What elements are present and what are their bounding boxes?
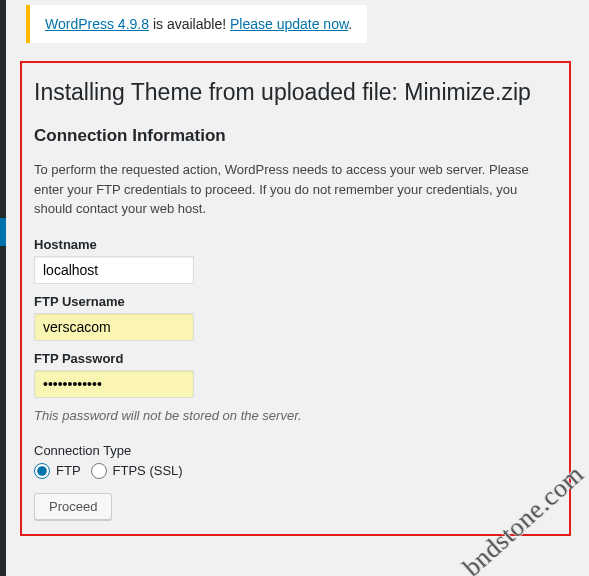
ftp-username-label: FTP Username [34,294,557,309]
page-title: Installing Theme from uploaded file: Min… [34,79,557,106]
update-now-link[interactable]: Please update now [230,16,348,32]
hostname-label: Hostname [34,237,557,252]
ftp-password-field: FTP Password [34,351,557,398]
proceed-button[interactable]: Proceed [34,493,112,520]
admin-sidebar-sliver [0,0,6,576]
password-hint: This password will not be stored on the … [34,408,557,423]
update-notice: WordPress 4.9.8 is available! Please upd… [26,5,367,43]
content-wrap: WordPress 4.9.8 is available! Please upd… [6,0,589,536]
intro-text: To perform the requested action, WordPre… [34,160,557,219]
ftp-username-input[interactable] [34,313,194,341]
ftp-password-label: FTP Password [34,351,557,366]
hostname-input[interactable] [34,256,194,284]
install-panel: Installing Theme from uploaded file: Min… [20,61,571,536]
hostname-field: Hostname [34,237,557,284]
update-mid-text: is available! [149,16,230,32]
ftp-radio-label[interactable]: FTP [56,463,81,478]
connection-type-group: FTP FTPS (SSL) [34,463,557,479]
section-title: Connection Information [34,126,557,146]
ftps-radio[interactable] [91,463,107,479]
update-period: . [348,16,352,32]
ftp-password-input[interactable] [34,370,194,398]
ftp-username-field: FTP Username [34,294,557,341]
ftp-radio[interactable] [34,463,50,479]
wp-version-link[interactable]: WordPress 4.9.8 [45,16,149,32]
sidebar-active-accent [0,218,6,246]
connection-type-label: Connection Type [34,443,557,458]
ftps-radio-label[interactable]: FTPS (SSL) [113,463,183,478]
